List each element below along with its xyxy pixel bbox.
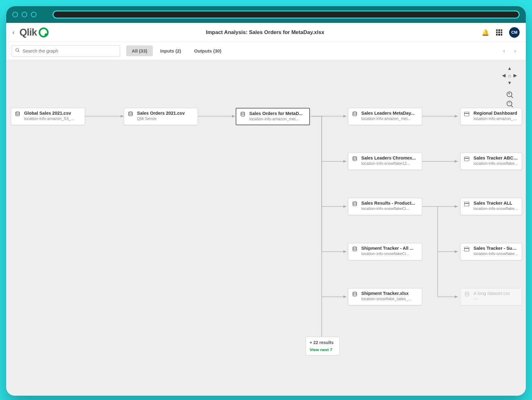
node-subtitle: location-info-amazon_met... (249, 117, 306, 121)
node-sales-tracker-abc[interactable]: Sales Tracker ABC Da...location-info-sno… (460, 153, 522, 170)
view-next-link[interactable]: View next 7 (310, 347, 336, 352)
svg-point-7 (129, 112, 132, 113)
svg-point-6 (16, 112, 19, 113)
zoom-in-button[interactable] (507, 91, 512, 97)
database-icon (352, 201, 358, 212)
node-title: Shipment Tracker - All ... (361, 246, 418, 251)
home-button[interactable]: ⌂ (508, 73, 511, 78)
svg-point-9 (353, 112, 357, 113)
database-icon (15, 111, 21, 122)
node-subtitle: location-info-snowflake... (474, 161, 518, 166)
dashboard-icon (464, 246, 470, 257)
svg-point-11 (353, 202, 357, 203)
database-icon (240, 111, 246, 122)
node-title: Global Sales 2021.csv (24, 111, 81, 116)
svg-line-1 (18, 51, 19, 52)
svg-point-14 (465, 292, 469, 294)
more-results-box: + 22 results View next 7 (306, 337, 340, 355)
node-regional-dashboard[interactable]: Regional Dashboardlocation-info-amazon_m… (460, 108, 522, 125)
node-global-sales[interactable]: Global Sales 2021.csv location-info-amaz… (11, 108, 85, 125)
page-title: Impact Analysis: Sales Orders for MetaDa… (49, 29, 482, 36)
graph-canvas[interactable]: ▲ ◀ ⌂ ▶ ▼ (6, 60, 526, 396)
svg-point-13 (353, 292, 357, 294)
tab-all[interactable]: All (33) (126, 45, 153, 56)
node-title: Regional Dashboard (474, 111, 518, 116)
node-title: Sales Leaders MetaDay... (361, 111, 418, 116)
pan-zoom-controls: ▲ ◀ ⌂ ▶ ▼ (502, 66, 517, 106)
window-control-icon (12, 12, 18, 17)
database-icon (352, 155, 358, 167)
node-sales-leaders-chromex[interactable]: Sales Leaders Chromex...location-info-sn… (348, 153, 422, 170)
database-icon (464, 291, 470, 303)
dashboard-icon (464, 201, 470, 212)
database-icon (352, 111, 358, 122)
node-long-dataset[interactable]: A long dataset.csv— (460, 288, 522, 305)
node-sales-orders-2021[interactable]: Sales Orders 2021.csv Qlik Sense (124, 108, 198, 125)
svg-point-8 (241, 112, 245, 114)
node-subtitle: Qlik Sense (137, 116, 194, 121)
logo-text: Qlik (19, 27, 37, 38)
node-subtitle: location-info-amazon_S3_... (24, 116, 81, 121)
node-title: Sales Results - Product... (361, 201, 418, 206)
search-input[interactable] (23, 48, 117, 53)
node-title: Sales Tracker ABC Da... (474, 155, 518, 160)
node-title: Shipment Tracker.xlsx (361, 291, 418, 296)
more-results-count: + 22 results (310, 340, 336, 345)
database-icon (128, 111, 134, 122)
tab-inputs[interactable]: Inputs (2) (155, 45, 187, 56)
back-button[interactable]: ‹ (12, 29, 15, 36)
logo-q-icon (39, 28, 49, 37)
dashboard-icon (464, 111, 470, 122)
node-title: Sales Tracker - Sub-P... (474, 246, 518, 251)
node-subtitle: location-snowflake_sales_... (361, 296, 418, 301)
node-subtitle: location-info-amazon_met... (361, 116, 418, 121)
logo[interactable]: Qlik (19, 27, 49, 38)
node-subtitle: location-info-snowflake... (474, 251, 518, 256)
database-icon (352, 246, 358, 257)
nav-prev-button[interactable]: ‹ (503, 48, 505, 54)
zoom-out-button[interactable] (507, 101, 512, 106)
node-subtitle: — (474, 296, 518, 301)
filter-bar: All (33) Inputs (2) Outputs (30) ‹ › (6, 42, 526, 60)
node-title: Sales Tracker ALL (474, 201, 518, 206)
title-bar: ‹ Qlik Impact Analysis: Sales Orders for… (6, 23, 526, 42)
svg-point-0 (16, 49, 19, 51)
node-subtitle: location-info-snowflakeCl... (361, 251, 418, 256)
node-shipment-tracker-all[interactable]: Shipment Tracker - All ...location-info-… (348, 243, 422, 260)
node-sales-tracker-sub[interactable]: Sales Tracker - Sub-P...location-info-sn… (460, 243, 522, 260)
filter-tabs: All (33) Inputs (2) Outputs (30) (126, 45, 227, 56)
node-title: Sales Leaders Chromex... (361, 155, 418, 160)
node-title: Sales Orders for MetaD... (249, 111, 306, 116)
url-bar[interactable] (53, 11, 520, 19)
pan-right-button[interactable]: ▶ (513, 73, 517, 78)
window-control-icon (31, 12, 36, 17)
notifications-icon[interactable]: 🔔 (482, 29, 489, 36)
node-shipment-tracker-xlsx[interactable]: Shipment Tracker.xlsxlocation-snowflake_… (348, 288, 422, 305)
avatar[interactable]: CM (509, 27, 520, 38)
search-input-wrapper[interactable] (12, 45, 120, 57)
svg-point-10 (353, 157, 357, 158)
browser-chrome (6, 6, 526, 23)
node-subtitle: location-info-snowflake12... (361, 161, 418, 166)
pan-up-button[interactable]: ▲ (507, 66, 512, 71)
node-title: Sales Orders 2021.csv (137, 111, 194, 116)
app-launcher-icon[interactable] (496, 29, 502, 36)
node-sales-tracker-all[interactable]: Sales Tracker ALLlocation-info-snowflake… (460, 198, 522, 215)
pan-left-button[interactable]: ◀ (502, 73, 506, 78)
window-control-icon (22, 12, 27, 17)
svg-point-12 (353, 247, 357, 249)
node-sales-leaders-metaday[interactable]: Sales Leaders MetaDay...location-info-am… (348, 108, 422, 125)
pan-down-button[interactable]: ▼ (507, 80, 512, 85)
dashboard-icon (464, 155, 470, 167)
database-icon (352, 291, 358, 303)
node-sales-results-product[interactable]: Sales Results - Product...location-info-… (348, 198, 422, 215)
node-subtitle: location-info-snowflake... (474, 206, 518, 211)
tab-outputs[interactable]: Outputs (30) (189, 45, 227, 56)
node-subtitle: location-info-amazon_m... (474, 116, 518, 121)
node-title: A long dataset.csv (474, 291, 518, 296)
node-sales-orders-metaday[interactable]: Sales Orders for MetaD... location-info-… (236, 108, 310, 125)
search-icon (15, 48, 20, 54)
node-subtitle: location-info-snowflakeCl... (361, 206, 418, 211)
nav-next-button[interactable]: › (514, 48, 516, 54)
